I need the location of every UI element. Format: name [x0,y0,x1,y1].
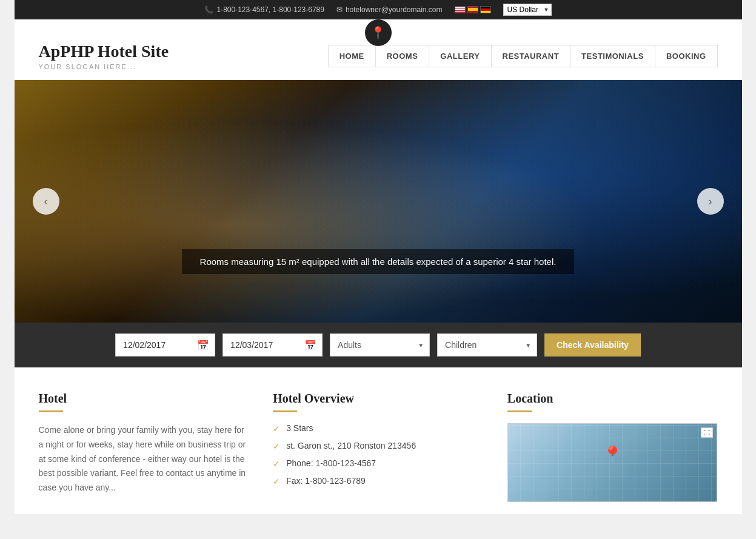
email-icon: ✉ [336,5,343,14]
email-contact: ✉ hotelowner@yourdomain.com [336,5,443,14]
adults-select-wrapper: Adults 1 2 3 4 [330,333,430,357]
site-slogan: YOUR SLOGAN HERE... [39,63,169,70]
checkout-input[interactable] [222,333,323,357]
overview-section: Hotel Overview ✓ 3 Stars ✓ st. Garon st.… [273,392,483,502]
overview-text-phone: Phone: 1-800-123-4567 [286,458,376,468]
hero-image [15,80,742,323]
checkin-wrapper: 📅 [115,333,215,357]
nav-home[interactable]: HOME [328,45,376,67]
check-icon-phone: ✓ [273,459,280,469]
currency-select[interactable]: US Dollar Euro GBP [503,4,552,16]
overview-title: Hotel Overview [273,392,483,406]
map-area: 📍 ⛶ [507,423,718,502]
location-divider [507,410,532,412]
children-select-wrapper: Children 0 1 2 3 [437,333,537,357]
phone-numbers: 📞 1-800-123-4567, 1-800-123-6789 [204,5,324,14]
booking-bar: 📅 📅 Adults 1 2 3 4 Children 0 1 [15,323,742,367]
check-icon-address: ✓ [273,441,280,451]
adults-select[interactable]: Adults 1 2 3 4 [330,333,430,357]
hotel-text: Come alone or bring your family with you… [39,423,249,495]
hotel-section: Hotel Come alone or bring your family wi… [39,392,249,502]
check-icon-stars: ✓ [273,424,280,434]
nav-booking[interactable]: BOOKING [655,45,718,67]
nav-gallery[interactable]: GALLERY [429,45,491,67]
flag-de[interactable] [480,6,491,13]
phone-text: 1-800-123-4567, 1-800-123-6789 [216,5,324,14]
language-flags[interactable] [455,6,491,13]
overview-divider [273,410,297,412]
email-text: hotelowner@yourdomain.com [346,5,443,14]
slider-prev-button[interactable]: ‹ [33,188,59,215]
top-bar: 📞 1-800-123-4567, 1-800-123-6789 ✉ hotel… [15,0,742,19]
location-title: Location [507,392,718,406]
map-pin-icon: 📍 [602,445,623,465]
main-nav: HOME ROOMS GALLERY RESTAURANT TESTIMONIA… [328,45,718,67]
overview-item-stars: ✓ 3 Stars [273,423,483,434]
hotel-title: Hotel [39,392,249,406]
header-pin-area: 📍 [15,19,742,33]
check-icon-fax: ✓ [273,477,280,486]
map-expand-button[interactable]: ⛶ [701,427,713,438]
overview-text-fax: Fax: 1-800-123-6789 [286,476,366,486]
pin-icon: 📍 [370,25,386,40]
checkout-wrapper: 📅 [222,333,323,357]
children-select[interactable]: Children 0 1 2 3 [437,333,537,357]
overview-text-address: st. Garon st., 210 Ronston 213456 [286,441,416,450]
phone-icon: 📞 [204,5,213,14]
nav-testimonials[interactable]: TESTIMONIALS [570,45,655,67]
currency-wrapper[interactable]: US Dollar Euro GBP [503,4,552,16]
site-title[interactable]: ApPHP Hotel Site [39,42,169,61]
hero-slider: ‹ › Rooms measuring 15 m² equipped with … [15,80,742,323]
overview-text-stars: 3 Stars [286,423,313,433]
main-content: Hotel Come alone or bring your family wi… [15,367,742,514]
nav-restaurant[interactable]: RESTAURANT [492,45,571,67]
location-section: Location 📍 ⛶ [507,392,718,502]
checkin-input[interactable] [115,333,215,357]
overview-item-fax: ✓ Fax: 1-800-123-6789 [273,476,483,486]
check-availability-button[interactable]: Check Availability [544,333,641,357]
flag-es[interactable] [467,6,478,13]
overview-item-phone: ✓ Phone: 1-800-123-4567 [273,458,483,469]
hotel-divider [39,410,63,412]
nav-rooms[interactable]: ROOMS [376,45,430,67]
overview-item-address: ✓ st. Garon st., 210 Ronston 213456 [273,441,483,451]
location-pin: 📍 [365,19,392,46]
slider-next-button[interactable]: › [697,188,724,215]
hero-caption: Rooms measuring 15 m² equipped with all … [182,249,575,274]
flag-us[interactable] [455,6,466,13]
logo-area: ApPHP Hotel Site YOUR SLOGAN HERE... [39,42,169,70]
